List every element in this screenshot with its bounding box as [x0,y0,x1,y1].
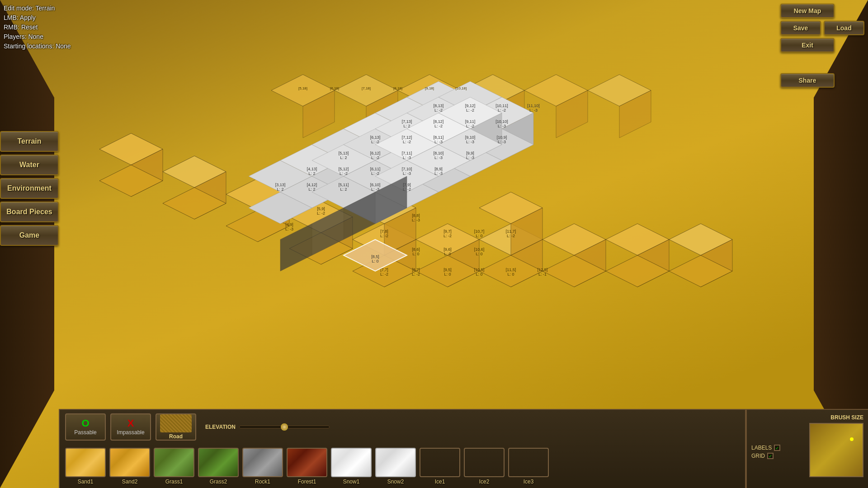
svg-marker-98 [439,129,470,176]
svg-marker-77 [470,97,502,145]
tile-preview-grass2 [198,448,239,477]
svg-marker-64 [312,145,375,176]
tile-grass1[interactable]: Grass1 [154,448,194,485]
svg-text:L: -2: L: -2 [317,211,325,216]
svg-text:L: 0: L: 0 [412,252,419,256]
svg-marker-201 [344,239,407,271]
sidebar-item-game[interactable]: Game [0,225,59,246]
svg-text:[10,10]: [10,10] [495,119,508,124]
tile-preview-grass1 [154,448,194,477]
svg-text:[8,8]: [8,8] [412,213,420,218]
labels-checkbox[interactable] [774,445,780,451]
passable-button[interactable]: O Passable [65,413,106,441]
svg-marker-32 [479,192,542,224]
svg-text:[8,13]: [8,13] [434,103,444,108]
svg-text:[7,10]: [7,10] [402,167,412,171]
load-button[interactable]: Load [824,21,864,35]
elevation-slider[interactable] [239,426,330,428]
tile-sand1[interactable]: Sand1 [65,448,106,485]
svg-text:L: -3: L: -3 [412,218,420,222]
tile-grass2[interactable]: Grass2 [198,448,239,485]
svg-marker-46 [249,160,312,192]
new-map-button[interactable]: New Map [780,4,835,18]
svg-marker-40 [461,75,524,106]
svg-text:[10,9]: [10,9] [497,135,507,140]
tile-preview-ice2 [464,448,505,477]
tile-label-snow1: Snow1 [343,479,360,485]
tile-ice1[interactable]: Ice1 [420,448,460,485]
road-button[interactable]: Road [156,413,196,441]
svg-text:L: -3: L: -3 [285,227,293,231]
tile-preview-snow1 [331,448,372,477]
svg-text:L: -3: L: -3 [403,171,411,176]
labels-row: LABELS [751,445,780,451]
svg-marker-7 [511,239,542,287]
svg-text:L: 0: L: 0 [476,234,482,238]
passable-label: Passable [74,429,96,436]
svg-marker-200 [280,224,312,271]
tile-label-sand2: Sand2 [122,479,138,485]
svg-marker-66 [312,176,375,208]
svg-text:L: -3: L: -3 [466,155,474,160]
exit-button[interactable]: Exit [780,38,835,52]
tile-sand2[interactable]: Sand2 [109,448,150,485]
svg-marker-68 [375,145,407,192]
tile-ice3[interactable]: Ice3 [508,448,549,485]
svg-text:[5,9]: [5,9] [317,206,325,211]
svg-marker-4 [448,239,479,287]
svg-marker-85 [407,129,470,160]
svg-text:[9,10]: [9,10] [465,135,476,140]
svg-marker-72 [375,145,439,176]
svg-text:[7,7]: [7,7] [380,267,388,272]
svg-marker-197 [375,176,407,224]
tile-preview-snow2 [375,448,416,477]
tile-snow2[interactable]: Snow2 [375,448,416,485]
svg-marker-38 [398,75,461,106]
tile-snow1[interactable]: Snow1 [331,448,372,485]
svg-text:[7,12]: [7,12] [402,135,412,140]
svg-marker-87 [407,160,470,192]
svg-text:L: -3: L: -3 [434,171,443,176]
sidebar-item-board-pieces[interactable]: Board Pieces [0,202,59,222]
svg-marker-12 [289,201,353,233]
svg-marker-17 [226,210,289,242]
svg-marker-22 [131,149,163,197]
svg-marker-93 [470,129,533,160]
svg-marker-71 [407,129,439,176]
svg-marker-39 [429,90,461,138]
svg-marker-100 [439,97,502,129]
starting-locations-text: Starting locations: None [4,42,71,51]
elevation-label: ELEVATION [205,424,236,430]
svg-text:[10,11]: [10,11] [495,103,508,108]
svg-text:L: 2: L: 2 [277,187,283,192]
svg-marker-34 [271,75,335,106]
road-label: Road [169,433,183,440]
svg-text:L: -2: L: -2 [371,155,379,160]
svg-text:L: -3: L: -3 [498,140,506,144]
sidebar-item-terrain[interactable]: Terrain [0,131,59,152]
svg-marker-41 [493,90,524,138]
tile-label-rock1: Rock1 [255,479,270,485]
svg-text:L: -3: L: -3 [403,155,411,160]
svg-marker-84 [375,176,439,208]
tile-rock1[interactable]: Rock1 [242,448,283,485]
svg-text:L: -2: L: -2 [498,108,506,113]
sidebar-item-environment[interactable]: Environment [0,178,59,199]
svg-text:[8,18]: [8,18] [393,86,402,90]
tile-label-grass1: Grass1 [165,479,183,485]
svg-marker-19 [194,172,226,219]
svg-text:[10,18]: [10,18] [456,86,467,90]
tile-ice2[interactable]: Ice2 [464,448,505,485]
tile-forest1[interactable]: Forest1 [287,448,327,485]
minimap[interactable] [809,423,863,477]
svg-marker-101 [470,113,502,160]
svg-marker-8 [479,255,542,287]
impassable-button[interactable]: X Impassable [110,413,151,441]
grid-checkbox[interactable] [767,453,774,459]
svg-text:L: 0: L: 0 [444,252,451,256]
svg-text:[9,18]: [9,18] [425,86,434,90]
share-button[interactable]: Share [780,73,835,88]
tile-label-ice2: Ice2 [479,479,490,485]
save-button[interactable]: Save [780,21,821,35]
sidebar-item-water[interactable]: Water [0,155,59,175]
